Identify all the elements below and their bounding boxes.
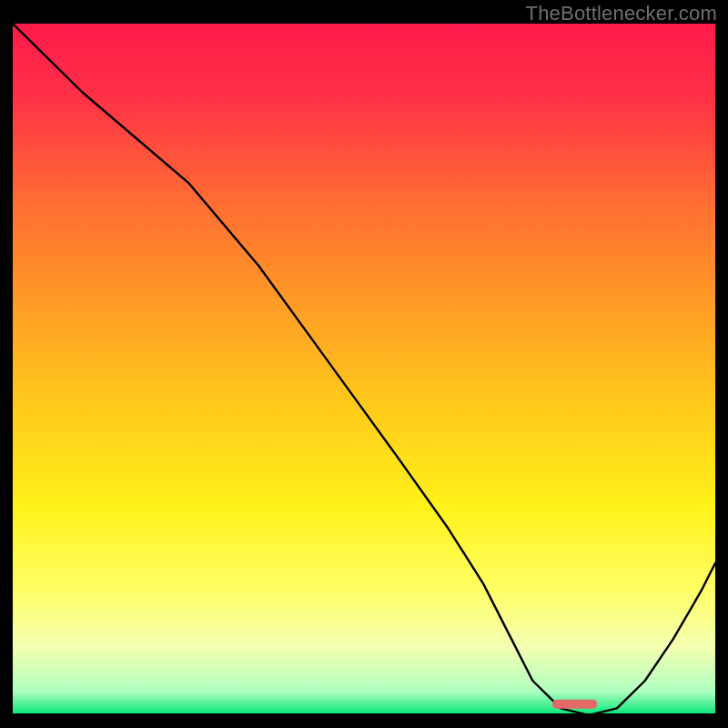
chart-background-gradient [13,24,715,715]
bottleneck-chart [13,24,715,715]
chart-frame [13,24,715,715]
optimal-range-marker [552,700,597,709]
watermark-label: TheBottlenecker.com [526,2,717,25]
